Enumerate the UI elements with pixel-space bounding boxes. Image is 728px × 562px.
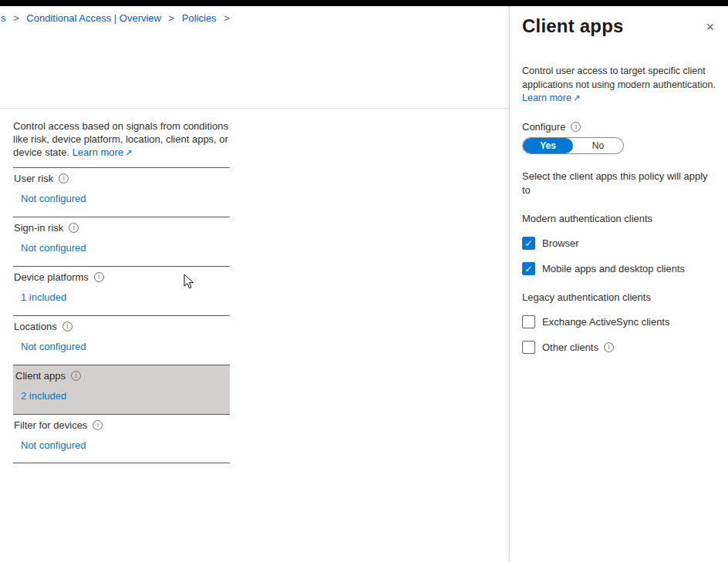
conditions-intro: Control access based on signals from con… <box>13 120 230 160</box>
condition-label: Sign-in risk <box>14 222 63 234</box>
condition-label: Client apps <box>15 370 66 382</box>
breadcrumb-item-conditional-access-overview[interactable]: Conditional Access | Overview <box>26 12 161 24</box>
breadcrumb-separator: > <box>224 12 230 24</box>
group-heading-legacy: Legacy authentication clients <box>522 291 716 303</box>
condition-label: Filter for devices <box>14 419 87 431</box>
external-link-icon: ↗ <box>125 148 132 157</box>
conditions-panel: Control access based on signals from con… <box>13 120 230 463</box>
info-icon[interactable]: i <box>71 371 81 381</box>
condition-filter-for-devices[interactable]: Filter for devices i Not configured <box>13 414 230 463</box>
checkbox[interactable]: ✓ <box>522 237 535 250</box>
info-icon[interactable]: i <box>604 342 614 352</box>
checkbox-label: Other clients <box>542 342 598 353</box>
checkbox-row-exchange-activesync-clients[interactable]: Exchange ActiveSync clients <box>522 315 716 328</box>
panel-learn-more-link[interactable]: Learn more <box>522 93 571 103</box>
checkbox-row-other-clients[interactable]: Other clients i <box>522 341 716 354</box>
breadcrumb-separator: > <box>169 12 175 24</box>
configure-row: Configure i <box>522 121 716 133</box>
condition-label: User risk <box>14 173 53 184</box>
checkbox-label: Exchange ActiveSync clients <box>542 316 669 328</box>
toggle-yes[interactable]: Yes <box>523 138 573 153</box>
panel-description-text: Control user access to target specific c… <box>522 66 716 90</box>
info-icon[interactable]: i <box>93 420 103 430</box>
check-icon: ✓ <box>524 264 532 274</box>
checkbox[interactable]: ✓ <box>522 262 535 275</box>
breadcrumb: s > Conditional Access | Overview > Poli… <box>1 12 234 24</box>
condition-value-link[interactable]: Not configured <box>13 341 86 352</box>
checkbox-row-browser[interactable]: ✓ Browser <box>522 237 716 250</box>
info-icon[interactable]: i <box>94 272 104 282</box>
info-icon[interactable]: i <box>62 321 72 331</box>
condition-value-link[interactable]: 1 included <box>13 291 66 303</box>
info-icon[interactable]: i <box>69 223 79 233</box>
condition-user-risk[interactable]: User risk i Not configured <box>13 167 230 217</box>
condition-device-platforms[interactable]: Device platforms i 1 included <box>13 266 230 315</box>
panel-header: Client apps × <box>522 15 716 37</box>
toggle-no[interactable]: No <box>573 138 623 153</box>
select-prompt: Select the client apps this policy will … <box>522 170 716 199</box>
breadcrumb-item-truncated[interactable]: s <box>1 12 6 24</box>
checkbox[interactable] <box>522 341 535 354</box>
condition-value-link[interactable]: Not configured <box>13 439 86 451</box>
condition-value-link[interactable]: Not configured <box>13 193 86 204</box>
client-apps-panel: Client apps × Control user access to tar… <box>509 6 728 562</box>
condition-label: Device platforms <box>14 271 89 283</box>
configure-toggle[interactable]: Yes No <box>522 137 624 154</box>
condition-sign-in-risk[interactable]: Sign-in risk i Not configured <box>13 217 230 266</box>
condition-locations[interactable]: Locations i Not configured <box>13 315 230 365</box>
condition-label: Locations <box>14 321 57 332</box>
breadcrumb-item-policies[interactable]: Policies <box>182 12 217 24</box>
checkbox-label: Browser <box>542 237 579 249</box>
check-icon: ✓ <box>524 238 532 249</box>
external-link-icon: ↗ <box>573 93 580 103</box>
top-bar <box>0 0 728 6</box>
configure-label: Configure <box>522 121 565 133</box>
condition-client-apps[interactable]: Client apps i 2 included <box>13 365 230 414</box>
checkbox[interactable] <box>522 315 535 328</box>
condition-value-link[interactable]: Not configured <box>13 242 86 254</box>
page: s > Conditional Access | Overview > Poli… <box>0 0 728 562</box>
breadcrumb-separator: > <box>13 12 19 24</box>
close-button[interactable]: × <box>704 19 716 35</box>
panel-description: Control user access to target specific c… <box>522 65 716 106</box>
content-divider <box>0 108 509 109</box>
checkbox-row-mobile-apps-and-desktop-clients[interactable]: ✓ Mobile apps and desktop clients <box>522 262 716 275</box>
close-icon: × <box>706 19 714 35</box>
condition-value-link[interactable]: 2 included <box>13 390 66 402</box>
checkbox-label: Mobile apps and desktop clients <box>542 263 685 274</box>
conditions-learn-more-link[interactable]: Learn more <box>72 146 123 158</box>
group-heading-modern: Modern authentication clients <box>522 213 716 224</box>
info-icon[interactable]: i <box>59 173 69 183</box>
info-icon[interactable]: i <box>571 122 581 132</box>
panel-title: Client apps <box>522 15 624 37</box>
